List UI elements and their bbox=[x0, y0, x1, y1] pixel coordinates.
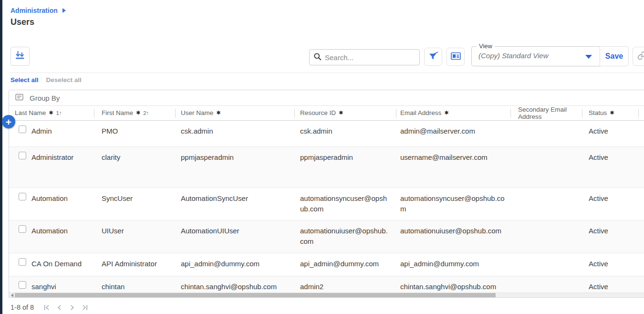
column-header-status[interactable]: Status ✱ bbox=[582, 106, 638, 120]
cell-last-name: Automation bbox=[31, 188, 94, 220]
add-user-button[interactable]: + bbox=[2, 115, 15, 128]
cell-secondary-email bbox=[510, 253, 582, 276]
table-row[interactable]: Automation UIUser AutomationUIUser autom… bbox=[9, 220, 644, 253]
cell-user-name: ppmjasperadmin bbox=[175, 147, 294, 188]
cell-last-name: CA On Demand bbox=[31, 253, 94, 276]
cell-first-name: API Administrator bbox=[94, 253, 175, 276]
scroll-left-arrow-icon[interactable] bbox=[9, 293, 15, 297]
required-star: ✱ bbox=[136, 110, 140, 115]
scrollbar-track[interactable] bbox=[496, 293, 644, 297]
required-star: ✱ bbox=[610, 110, 614, 115]
cell-status: Active bbox=[582, 147, 638, 188]
column-header-user-name[interactable]: User Name ✱ bbox=[175, 106, 294, 120]
cell-status: Active bbox=[582, 253, 638, 276]
required-star: ✱ bbox=[216, 110, 220, 115]
cell-resource-id: admin2 bbox=[294, 276, 396, 293]
cell-user-name: AutomationSyncUser bbox=[175, 188, 294, 220]
row-checkbox[interactable] bbox=[19, 225, 26, 233]
row-checkbox[interactable] bbox=[19, 281, 26, 289]
cell-email: automationuiuser@opshub.com bbox=[396, 220, 510, 253]
cell-last-name: Admin bbox=[31, 121, 94, 147]
cell-status: Active bbox=[582, 121, 638, 147]
cell-email: chintan.sanghvi@opshub.com bbox=[396, 276, 510, 293]
filter-button[interactable] bbox=[424, 48, 442, 66]
pagination-bar: 1-8 of 8 bbox=[10, 304, 88, 311]
users-grid: Group By Last Name ✱ 1↑ First Name ✱ 2↑ … bbox=[9, 90, 644, 298]
group-by-label: Group By bbox=[30, 94, 60, 102]
cell-resource-id: csk.admin bbox=[294, 121, 396, 147]
cell-user-name: api_admin@dummy.com bbox=[175, 253, 294, 276]
table-header-row: Last Name ✱ 1↑ First Name ✱ 2↑ User Name… bbox=[9, 106, 644, 121]
cell-secondary-email bbox=[510, 276, 582, 293]
search-box[interactable] bbox=[309, 49, 420, 65]
download-button[interactable] bbox=[10, 47, 30, 66]
cell-secondary-email bbox=[510, 188, 582, 220]
cell-first-name: UIUser bbox=[94, 220, 175, 253]
column-header-first-name[interactable]: First Name ✱ 2↑ bbox=[94, 106, 175, 120]
cell-last-name: Administrator bbox=[31, 147, 94, 188]
column-header-secondary-email[interactable]: Secondary Email Address bbox=[510, 106, 582, 120]
column-label: User Name bbox=[181, 109, 213, 116]
card-view-button[interactable] bbox=[447, 48, 465, 66]
save-button[interactable]: Save bbox=[600, 46, 629, 66]
row-checkbox[interactable] bbox=[19, 258, 26, 266]
row-checkbox[interactable] bbox=[19, 193, 26, 200]
cell-email: username@mailserver.com bbox=[396, 147, 510, 188]
toolbar-divider bbox=[9, 73, 644, 73]
cell-resource-id: automationuiuser@opshub.com bbox=[294, 220, 396, 253]
search-input[interactable] bbox=[325, 53, 420, 62]
deselect-all-link[interactable]: Deselect all bbox=[46, 76, 82, 84]
copy-link-button[interactable] bbox=[633, 47, 644, 66]
column-header-last-name[interactable]: Last Name ✱ 1↑ bbox=[9, 106, 94, 120]
cell-status: Active bbox=[582, 188, 638, 220]
select-all-link[interactable]: Select all bbox=[10, 76, 39, 84]
cell-last-name: sanghvi bbox=[31, 276, 94, 293]
cell-secondary-email bbox=[510, 147, 582, 188]
first-page-button[interactable] bbox=[43, 304, 50, 311]
horizontal-scrollbar[interactable] bbox=[9, 293, 644, 297]
cell-resource-id: api_admin@dummy.com bbox=[294, 253, 396, 276]
table-row[interactable]: Automation SyncUser AutomationSyncUser a… bbox=[9, 188, 644, 220]
breadcrumb: Administration bbox=[10, 7, 66, 14]
scrollbar-thumb[interactable] bbox=[15, 293, 496, 297]
required-star: ✱ bbox=[49, 110, 53, 115]
prev-page-button[interactable] bbox=[56, 304, 62, 311]
column-header-email-address[interactable]: Email Address ✱ bbox=[396, 106, 510, 120]
cell-status: Active bbox=[582, 276, 638, 293]
page-title: Users bbox=[10, 17, 34, 27]
view-dropdown[interactable]: View (Copy) Standard View bbox=[471, 46, 600, 66]
filter-icon bbox=[428, 52, 438, 63]
next-page-button[interactable] bbox=[69, 304, 75, 311]
link-icon bbox=[637, 51, 644, 62]
table-row[interactable]: sanghvi chintan chintan.sanghvi@opshub.c… bbox=[9, 276, 644, 293]
users-admin-page: Administration Users bbox=[0, 0, 644, 314]
sort-indicator: 2↑ bbox=[143, 110, 149, 116]
row-checkbox[interactable] bbox=[19, 126, 26, 133]
row-checkbox[interactable] bbox=[19, 152, 26, 159]
column-label: Email Address bbox=[400, 109, 441, 116]
table-row[interactable]: Admin PMO csk.admin csk.admin admin@mail… bbox=[9, 121, 644, 147]
group-by-bar[interactable]: Group By bbox=[9, 90, 644, 106]
cell-user-name: csk.admin bbox=[175, 121, 294, 147]
collapsed-sidebar-strip[interactable] bbox=[0, 0, 2, 314]
table-row[interactable]: Administrator clarity ppmjasperadmin ppm… bbox=[9, 147, 644, 188]
plus-icon: + bbox=[6, 117, 11, 127]
cell-first-name: PMO bbox=[94, 121, 175, 147]
breadcrumb-administration-link[interactable]: Administration bbox=[10, 7, 58, 14]
view-dropdown-value: (Copy) Standard View bbox=[478, 52, 548, 60]
required-star: ✱ bbox=[339, 110, 343, 115]
column-header-resource-id[interactable]: Resource ID ✱ bbox=[294, 106, 396, 120]
cell-first-name: clarity bbox=[94, 147, 175, 188]
cell-secondary-email bbox=[510, 121, 582, 147]
cell-email: automationsyncuser@opshub.com bbox=[396, 188, 510, 220]
chevron-right-icon bbox=[62, 8, 66, 13]
chevron-down-icon bbox=[585, 55, 592, 59]
table-row[interactable]: CA On Demand API Administrator api_admin… bbox=[9, 253, 644, 276]
cell-resource-id: ppmjasperadmin bbox=[294, 147, 396, 188]
last-page-button[interactable] bbox=[82, 304, 88, 311]
column-label: Last Name bbox=[15, 109, 46, 116]
card-view-icon bbox=[451, 52, 461, 62]
cell-secondary-email bbox=[510, 220, 582, 253]
cell-user-name: AutomationUIUser bbox=[175, 220, 294, 253]
column-label: First Name bbox=[102, 109, 133, 116]
